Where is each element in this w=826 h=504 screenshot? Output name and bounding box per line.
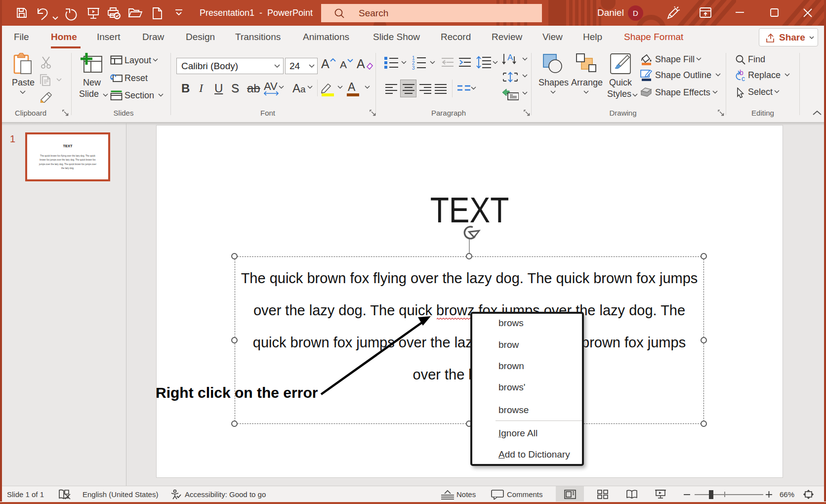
svg-text:3: 3 <box>412 65 415 70</box>
svg-text:c: c <box>742 75 745 82</box>
svg-text:A: A <box>507 53 513 62</box>
